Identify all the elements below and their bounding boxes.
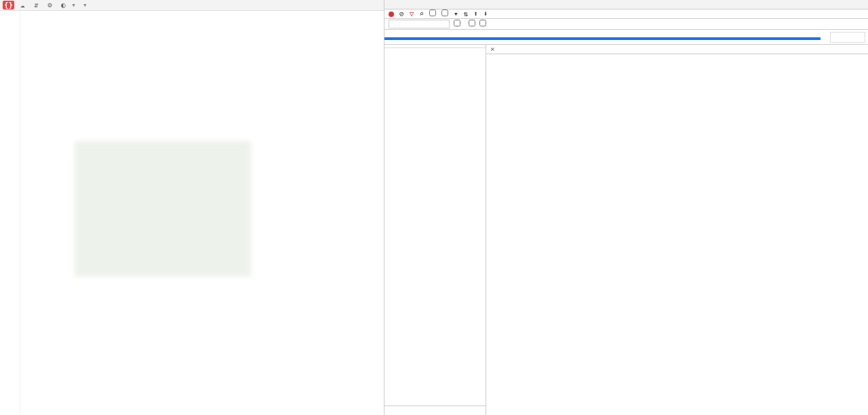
devtools-pane: ⊘ ▽ ⌕ ▾ ⇅ ⬆ ⬇ × xyxy=(384,0,868,415)
tool-icon: ⚙ xyxy=(45,1,54,9)
throttling-select[interactable]: ▾ xyxy=(454,9,458,18)
network-status-bar xyxy=(384,406,486,415)
hide-data-urls-checkbox[interactable] xyxy=(454,20,460,28)
network-action-bar: ⊘ ▽ ⌕ ▾ ⇅ ⬆ ⬇ xyxy=(384,9,868,19)
name-column-header[interactable] xyxy=(384,45,486,48)
json-tag-icon: {} xyxy=(3,1,14,9)
filter-input[interactable] xyxy=(389,20,450,28)
json-editor-pane: {} ☁ ⇵ ⚙ ◐▾ ▾ xyxy=(0,0,384,415)
zoom-control[interactable]: ▾ xyxy=(80,1,87,9)
blocked-requests-checkbox[interactable] xyxy=(479,20,486,28)
show-source-button[interactable]: ☁ xyxy=(18,1,28,9)
chevron-down-icon: ▾ xyxy=(83,1,87,9)
preserve-log-checkbox[interactable] xyxy=(429,9,436,18)
json-tool-button[interactable]: ⚙ xyxy=(45,1,55,9)
editor-toolbar: {} ☁ ⇵ ⚙ ◐▾ ▾ xyxy=(0,0,384,11)
download-icon[interactable]: ⬇ xyxy=(484,9,488,18)
preview-pane: × xyxy=(486,45,868,415)
blocked-cookies-checkbox[interactable] xyxy=(469,20,475,28)
devtools-tabs xyxy=(384,0,868,9)
preview-tabs: × xyxy=(486,45,868,54)
chevron-down-icon: ▾ xyxy=(71,1,76,9)
request-list xyxy=(384,45,486,415)
record-icon[interactable] xyxy=(389,12,394,17)
search-icon[interactable]: ⌕ xyxy=(419,9,424,18)
network-filter-bar xyxy=(384,19,868,30)
disable-cache-checkbox[interactable] xyxy=(441,9,448,18)
line-gutter xyxy=(0,11,20,415)
upload-icon[interactable]: ⬆ xyxy=(473,9,478,18)
wifi-icon[interactable]: ⇅ xyxy=(464,9,469,18)
network-timeline[interactable] xyxy=(384,30,868,45)
filter-toggle-icon[interactable]: ▽ xyxy=(410,9,414,18)
palette-icon: ◐ xyxy=(59,1,67,9)
chevron-down-icon: ▾ xyxy=(454,9,458,18)
close-preview-icon[interactable]: × xyxy=(486,45,499,54)
cloud-icon: ☁ xyxy=(18,1,26,9)
json-preview-tree[interactable] xyxy=(486,54,868,415)
clear-icon[interactable]: ⊘ xyxy=(399,9,404,18)
fold-icon: ⇵ xyxy=(32,1,40,9)
fold-all-button[interactable]: ⇵ xyxy=(32,1,41,9)
code-editor[interactable] xyxy=(0,11,384,415)
timeline-overview xyxy=(830,32,865,43)
theme-select[interactable]: ◐▾ xyxy=(59,1,76,9)
